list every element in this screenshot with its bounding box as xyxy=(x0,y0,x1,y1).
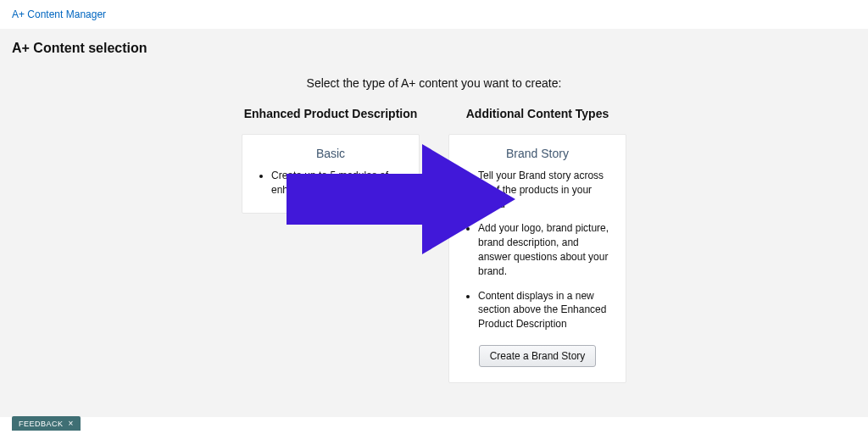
card-basic[interactable]: Basic Create up to 5 modules of enhanced… xyxy=(242,134,420,214)
card-brand-story-title: Brand Story xyxy=(463,147,612,160)
feedback-label: FEEDBACK xyxy=(19,420,64,428)
breadcrumb-link[interactable]: A+ Content Manager xyxy=(12,8,106,20)
prompt-text: Select the type of A+ content you want t… xyxy=(12,76,856,90)
content-area: A+ Content selection Select the type of … xyxy=(0,29,868,417)
column-enhanced-product-description: Enhanced Product Description Basic Creat… xyxy=(242,107,420,214)
content-type-selector: Select the type of A+ content you want t… xyxy=(12,76,856,383)
card-brand-story-bullet: Content displays in a new section above … xyxy=(478,289,612,331)
card-brand-story-bullet: Tell your Brand story across all of the … xyxy=(478,169,612,211)
column-heading-right: Additional Content Types xyxy=(448,107,626,120)
feedback-button[interactable]: FEEDBACK × xyxy=(12,416,81,431)
column-heading-left: Enhanced Product Description xyxy=(242,107,420,120)
create-brand-story-button[interactable]: Create a Brand Story xyxy=(479,345,597,367)
card-brand-story[interactable]: Brand Story Tell your Brand story across… xyxy=(448,134,626,383)
card-basic-title: Basic xyxy=(256,147,405,160)
card-brand-story-bullet: Add your logo, brand picture, brand desc… xyxy=(478,221,612,278)
page-title: A+ Content selection xyxy=(12,41,856,56)
breadcrumb-bar: A+ Content Manager xyxy=(0,0,868,29)
close-icon[interactable]: × xyxy=(69,419,74,428)
column-additional-content-types: Additional Content Types Brand Story Tel… xyxy=(448,107,626,383)
card-basic-bullet: Create up to 5 modules of enhanced conte… xyxy=(271,169,405,198)
